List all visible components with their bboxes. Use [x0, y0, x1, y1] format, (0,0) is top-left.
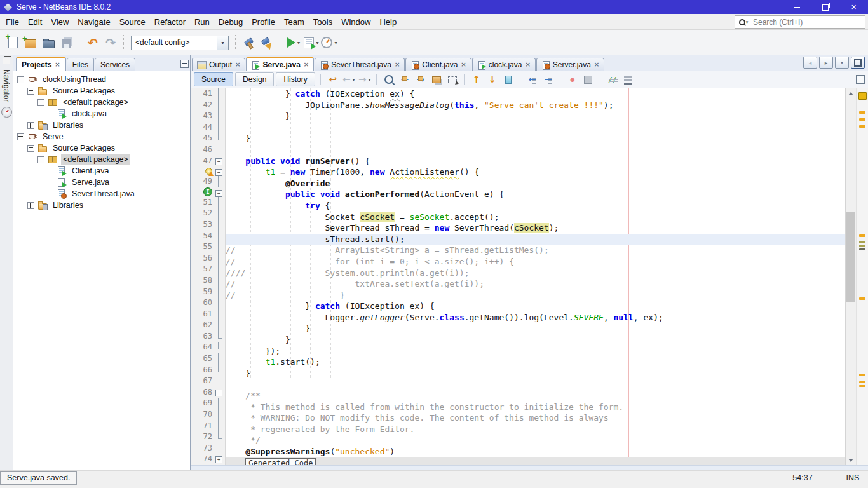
config-combobox[interactable]: <default config>▾ — [131, 36, 229, 50]
close-tab-icon[interactable] — [594, 62, 599, 68]
error-stripe[interactable] — [856, 88, 868, 465]
close-tab-icon[interactable] — [304, 62, 309, 68]
tree-item-libraries[interactable]: Libraries — [13, 200, 190, 211]
fold-toggle[interactable] — [214, 454, 224, 465]
code-line[interactable]: } — [226, 368, 845, 379]
forward-button[interactable]: ▾ — [357, 72, 372, 86]
tree-expander-plus[interactable] — [27, 202, 34, 209]
code-line[interactable]: Generated Code — [226, 458, 845, 465]
menu-help[interactable]: Help — [375, 15, 401, 29]
close-tab-icon[interactable] — [395, 62, 400, 68]
view-button-source[interactable]: Source — [194, 72, 233, 86]
code-line[interactable] — [226, 144, 845, 156]
close-tab-icon[interactable] — [525, 62, 530, 68]
gutter-row[interactable]: 44 — [191, 122, 225, 133]
code-line[interactable]: t1.start(); — [226, 356, 845, 368]
error-stripe-mark[interactable] — [859, 111, 865, 114]
menu-profile[interactable]: Profile — [247, 15, 280, 29]
save-all-button[interactable] — [57, 34, 75, 51]
back-button[interactable]: ▾ — [341, 72, 356, 86]
gutter-row[interactable]: 55 — [191, 241, 225, 253]
toggle-bookmark-button[interactable] — [501, 72, 516, 86]
gutter-row[interactable]: 63 — [191, 331, 225, 342]
code-line[interactable]: * regenerated by the Form Editor. — [226, 424, 845, 435]
editor-gutter[interactable]: 4142434445464749515253545556575859606162… — [191, 88, 226, 465]
gutter-row[interactable]: 45 — [191, 133, 225, 144]
last-edit-button[interactable] — [325, 72, 341, 86]
error-stripe-mark[interactable] — [859, 234, 865, 237]
fold-toggle[interactable] — [214, 187, 224, 197]
gutter-row[interactable]: 41 — [191, 88, 225, 100]
code-line[interactable] — [226, 379, 845, 390]
start-macro-recording-button[interactable] — [565, 72, 580, 86]
gutter-row[interactable]: 46 — [191, 144, 225, 156]
warning-bulb-icon[interactable] — [205, 168, 212, 175]
close-button[interactable]: × — [839, 0, 868, 14]
split-document-button[interactable] — [856, 75, 865, 84]
next-occurrence-button[interactable] — [413, 72, 428, 86]
code-line[interactable]: }); — [226, 346, 845, 357]
code-line[interactable]: SeverThread sThread = new SeverThread(cS… — [226, 222, 845, 234]
fold-toggle[interactable] — [214, 166, 224, 176]
tree-expander-minus[interactable] — [37, 156, 44, 163]
previous-occurrence-button[interactable] — [397, 72, 412, 86]
new-project-button[interactable] — [22, 34, 39, 51]
code-line[interactable]: Socket cSocket = seSocket.accept(); — [226, 212, 845, 223]
fold-toggle[interactable] — [214, 156, 224, 167]
editor-tab-server-java[interactable]: Server.java — [536, 58, 604, 71]
gutter-row[interactable]: 58 — [191, 275, 225, 287]
tree-item-libraries[interactable]: Libraries — [13, 119, 190, 131]
dropdown-arrow-icon[interactable]: ▾ — [334, 40, 337, 46]
folded-code-block[interactable]: Generated Code — [245, 458, 316, 465]
redo-button[interactable] — [102, 34, 119, 51]
tree-expander-minus[interactable] — [17, 133, 24, 140]
editor-tab-output[interactable]: Output — [192, 58, 245, 71]
code-line[interactable]: } — [226, 334, 845, 346]
dropdown-arrow-icon[interactable]: ▾ — [316, 40, 318, 46]
comment-button[interactable] — [605, 72, 620, 86]
close-tab-icon[interactable] — [461, 62, 466, 68]
dropdown-arrow-icon[interactable]: ▾ — [297, 40, 300, 46]
implements-method-icon[interactable] — [203, 187, 212, 196]
menu-edit[interactable]: Edit — [24, 15, 46, 29]
gutter-row[interactable]: 57 — [191, 264, 225, 275]
gutter-row[interactable]: 47 — [191, 156, 225, 167]
tree-expander-plus[interactable] — [27, 122, 34, 129]
code-line[interactable]: } — [226, 133, 845, 144]
gutter-row[interactable]: 54 — [191, 231, 225, 242]
gutter-row[interactable]: 69 — [191, 398, 225, 409]
minimize-button[interactable] — [782, 0, 811, 14]
tree-expander-minus[interactable] — [17, 76, 24, 83]
code-line[interactable]: */ — [226, 435, 845, 446]
close-tab-icon[interactable] — [55, 62, 60, 68]
dropdown-arrow-icon[interactable]: ▾ — [353, 77, 355, 83]
profile-button[interactable]: ▾ — [320, 34, 338, 51]
menu-source[interactable]: Source — [115, 15, 150, 29]
code-line[interactable]: JOptionPane.showMessageDialog(this, "Ser… — [226, 100, 845, 111]
code-line[interactable]: sThread.start(); — [226, 234, 845, 245]
build-button[interactable] — [240, 34, 258, 51]
gutter-row[interactable]: 67 — [191, 376, 225, 387]
scroll-tabs-right-button[interactable] — [819, 57, 833, 69]
view-button-design[interactable]: Design — [235, 72, 274, 86]
panel-tab-projects[interactable]: Projects — [16, 57, 66, 71]
debug-button[interactable]: ▾ — [302, 34, 320, 51]
editor-tab-client-java[interactable]: Client.java — [405, 58, 471, 71]
search-input[interactable] — [752, 17, 865, 27]
fold-toggle[interactable] — [214, 387, 224, 398]
tree-item-clock-java[interactable]: clock.java — [13, 108, 190, 119]
gutter-row[interactable]: 66 — [191, 365, 225, 376]
tree-item-clockusingthread[interactable]: clockUsingThread — [13, 74, 190, 85]
new-file-button[interactable] — [4, 34, 22, 51]
tree-item-default-package[interactable]: <default package> — [13, 154, 190, 165]
code-line[interactable]: } catch (IOException ex) { — [226, 301, 845, 312]
gutter-row[interactable]: 65 — [191, 353, 225, 365]
search-icon[interactable]: ▾ — [735, 19, 752, 25]
gutter-row[interactable]: 61 — [191, 309, 225, 320]
run-button[interactable]: ▾ — [285, 34, 302, 51]
editor-tab-severthread-java[interactable]: SeverThread.java — [315, 58, 405, 71]
code-line[interactable]: // for (int i = 0; i < a.size(); i++) { — [226, 256, 845, 268]
error-stripe-mark[interactable] — [859, 297, 865, 300]
error-stripe-mark[interactable] — [859, 245, 865, 247]
code-line[interactable]: // txtArea.setText(a.get(i)); — [226, 278, 845, 290]
